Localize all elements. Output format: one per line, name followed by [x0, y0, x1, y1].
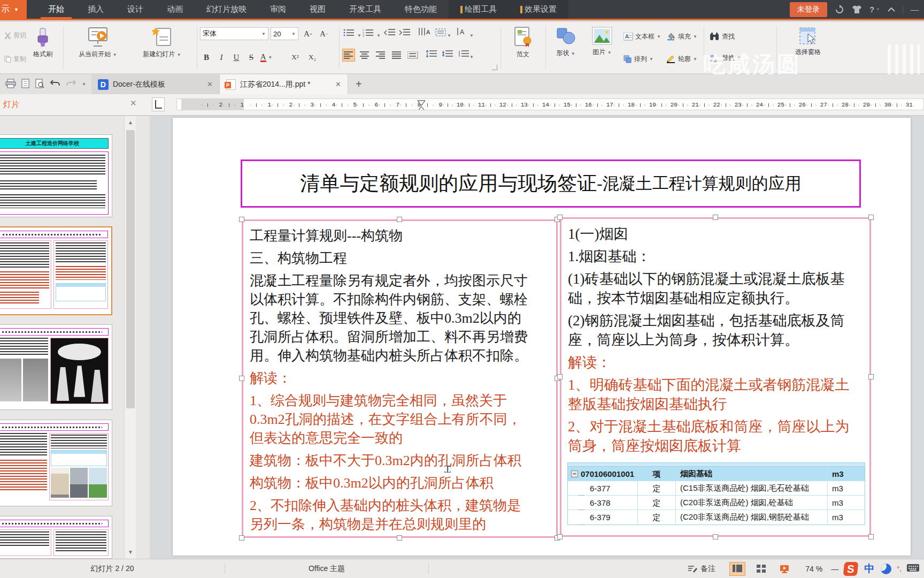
replace-button[interactable]: abwac 替换 ▼	[709, 52, 741, 64]
tab-docer-templates[interactable]: D Docer-在线模板 ✕	[91, 74, 220, 94]
selection-handle[interactable]	[868, 534, 874, 539]
ime-chinese-mode-icon[interactable]: 中	[864, 562, 874, 576]
align-right-button[interactable]	[374, 49, 387, 62]
right-text-box[interactable]: 1(一)烟囱 1.烟囱基础： (1)砖基础以下的钢筋混凝土或混凝土底板基 础，按…	[560, 217, 871, 537]
selection-handle[interactable]	[239, 535, 244, 541]
skin-icon[interactable]	[852, 5, 862, 14]
ime-fullmoon-icon[interactable]	[881, 564, 891, 574]
fill-button[interactable]: 填充 ▼	[666, 31, 697, 42]
slide-thumbnail-5[interactable]	[0, 516, 112, 559]
tab-review[interactable]: 审阅	[258, 0, 298, 19]
selection-handle[interactable]	[713, 215, 718, 220]
selection-pane-button[interactable]: 选择窗格	[784, 26, 832, 57]
selection-handle[interactable]	[239, 376, 244, 381]
text-frame-options-button[interactable]: ▼	[435, 28, 451, 39]
line-spacing-increase-button[interactable]	[426, 50, 437, 60]
outline-button[interactable]: 轮廓 ▼	[666, 53, 697, 65]
close-icon[interactable]: ✕	[335, 80, 341, 88]
align-left-button[interactable]	[342, 49, 355, 62]
selection-handle[interactable]	[239, 217, 244, 222]
left-text-box[interactable]: 工程量计算规则---构筑物 三、构筑物工程 混凝土工程量除另有规定者外，均按图示…	[242, 219, 558, 538]
scroll-down-icon[interactable]: ▼	[126, 548, 135, 557]
notes-button[interactable]: 备注	[688, 564, 715, 574]
align-center-button[interactable]	[358, 49, 371, 62]
arrange-button[interactable]: 排列 ▼	[623, 53, 653, 65]
selection-handle[interactable]	[868, 374, 874, 379]
find-button[interactable]: 查找	[709, 31, 735, 42]
thumbnail-scrollbar[interactable]: ▲ ▼	[124, 116, 136, 559]
increase-indent-button[interactable]	[399, 28, 411, 39]
sogou-ime-icon[interactable]: S	[843, 562, 859, 576]
help-button[interactable]: ?▼	[869, 5, 880, 14]
ime-punctuation-icon[interactable]: °,	[897, 565, 902, 573]
format-painter-button[interactable]: 格式刷	[27, 27, 59, 59]
increase-font-icon[interactable]: A+	[302, 27, 314, 40]
bold-button[interactable]: B	[200, 51, 213, 64]
tab-special-features[interactable]: 特色功能	[393, 0, 449, 19]
ime-keyboard-icon[interactable]	[907, 564, 920, 574]
tab-view[interactable]: 视图	[298, 0, 337, 19]
selection-handle[interactable]	[713, 534, 718, 539]
slide-thumbnail-2-selected[interactable]	[0, 226, 112, 315]
collapse-icon[interactable]: −	[571, 470, 578, 477]
tab-current-document[interactable]: 江苏省2014...用.ppt * ✕	[220, 74, 348, 94]
selection-handle[interactable]	[557, 374, 563, 379]
normal-view-button[interactable]	[729, 562, 745, 576]
strikethrough-button[interactable]: S	[245, 51, 258, 64]
subscript-button[interactable]: X₂	[306, 51, 319, 64]
tab-home[interactable]: 开始	[36, 0, 76, 19]
underline-button[interactable]: U	[230, 51, 243, 64]
character-spacing-button[interactable]: A▼	[457, 27, 474, 39]
tab-developer[interactable]: 开发工具	[337, 0, 393, 19]
font-name-select[interactable]: 宋体▼	[200, 27, 268, 40]
paragraph-dialog-launcher-icon[interactable]	[492, 65, 497, 70]
start-from-current-button[interactable]: 从当前开始 ▼	[68, 26, 127, 59]
quick-access-dropdown-icon[interactable]: ▼	[82, 82, 86, 87]
slide-thumbnail-4[interactable]	[0, 420, 112, 506]
new-tab-button[interactable]: +	[348, 74, 369, 94]
panel-close-icon[interactable]: ✕	[130, 98, 137, 108]
bullet-list-button[interactable]: ▼	[343, 28, 361, 39]
login-button[interactable]: 未登录	[790, 2, 827, 17]
app-menu-button[interactable]: 示 ▼	[0, 0, 27, 19]
slide-thumbnail-3[interactable]	[0, 324, 112, 410]
selection-handle[interactable]	[557, 215, 563, 220]
close-icon[interactable]: ✕	[207, 80, 213, 88]
text-direction-button[interactable]: A	[418, 27, 431, 39]
zoom-out-button[interactable]: —	[831, 565, 838, 573]
slide-title-box[interactable]: 清单与定额规则的应用与现场签证-混凝土工程计算规则的应用	[241, 159, 861, 208]
print-preview-button[interactable]	[21, 79, 30, 90]
distribute-button[interactable]	[406, 49, 419, 62]
collapse-ribbon-button[interactable]	[888, 7, 895, 12]
minimize-button[interactable]: —	[911, 5, 919, 14]
tab-drawing-tools[interactable]: 绘图工具	[449, 0, 509, 19]
decrease-indent-button[interactable]	[384, 28, 396, 39]
horizontal-ruler[interactable]: ··2··1 ··1··2··3··4··5··6··7··8··9··10··…	[176, 98, 924, 110]
new-slide-button[interactable]: 新建幻灯片 ▼	[133, 26, 191, 59]
indent-marker-icon[interactable]	[416, 100, 427, 110]
line-spacing-decrease-button[interactable]	[442, 50, 453, 60]
print-button[interactable]	[5, 79, 16, 90]
tab-animation[interactable]: 动画	[155, 0, 195, 19]
sample-text-button[interactable]: 范文	[507, 26, 539, 59]
picture-button[interactable]: 图片 ▼	[585, 26, 619, 57]
tab-effect-settings[interactable]: 效果设置	[509, 0, 568, 19]
superscript-button[interactable]: X²	[289, 51, 302, 64]
italic-button[interactable]: I	[215, 51, 228, 64]
undo-button[interactable]	[50, 79, 60, 90]
font-size-select[interactable]: 20▼	[271, 27, 298, 40]
slide-editing-surface[interactable]: 清单与定额规则的应用与现场签证-混凝土工程计算规则的应用 工程量计算规则---构…	[173, 118, 911, 556]
slideshow-view-button[interactable]	[776, 562, 792, 576]
selection-handle[interactable]	[868, 215, 874, 220]
justify-button[interactable]	[390, 49, 403, 62]
cut-button[interactable]: 剪切	[4, 29, 26, 41]
scrollbar-thumb[interactable]	[126, 130, 135, 408]
numbered-list-button[interactable]: 123▼	[363, 28, 381, 39]
font-color-button[interactable]: A ▼	[260, 51, 273, 64]
slide-sorter-button[interactable]	[753, 562, 769, 576]
textbox-button[interactable]: A 文本框 ▼	[623, 31, 661, 42]
tab-insert[interactable]: 插入	[76, 0, 116, 19]
slide-thumbnail-1[interactable]: 土建工程造价网络学校	[0, 134, 112, 217]
selection-handle[interactable]	[397, 535, 402, 541]
redo-button[interactable]	[66, 79, 76, 90]
